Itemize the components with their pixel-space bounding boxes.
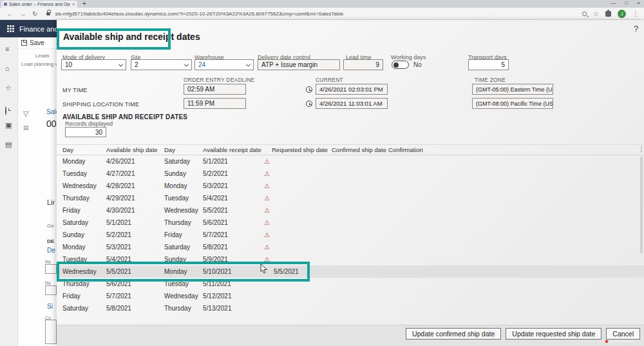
hamburger-menu-icon[interactable]: ≡ (5, 45, 9, 53)
transport-days-field[interactable]: 5 (468, 59, 509, 70)
table-row[interactable]: Wednesday5/5/2021Monday5/10/20215/5/2021 (57, 265, 644, 278)
update-requested-ship-date-button[interactable]: Update requested ship date (506, 328, 601, 340)
grid-options-icon[interactable]: ⋮ (638, 146, 644, 153)
my-time-deadline-field[interactable]: 02:59 AM (184, 84, 246, 95)
window-close-icon[interactable]: × (637, 0, 640, 6)
browser-tab[interactable]: Sales order -- Finance and Oper × (1, 1, 77, 8)
shipping-time-zone-field: (GMT-08:00) Pacific Time (US & ... (472, 98, 553, 109)
warning-icon: ⚠ (264, 219, 270, 226)
cancel-button[interactable]: Cancel (606, 328, 640, 340)
column-header[interactable]: Requested ship date (264, 146, 332, 153)
table-row[interactable]: Monday4/26/2021Saturday5/1/2021⚠ (57, 155, 644, 168)
app-title: Finance and (19, 25, 59, 33)
warning-icon: ⚠ (264, 256, 270, 263)
chevron-down-icon[interactable] (246, 62, 251, 66)
cell: Sunday (164, 256, 203, 263)
forward-icon[interactable]: → (19, 10, 26, 17)
cell: Thursday (62, 195, 106, 202)
bookmark-star-icon[interactable]: ☆ (593, 10, 599, 17)
save-button[interactable]: Save (30, 39, 44, 46)
table-row[interactable]: Tuesday5/4/2021Sunday5/9/2021⚠ (57, 253, 644, 265)
table-row[interactable]: Sunday5/2/2021Friday5/7/2021⚠ (57, 229, 644, 241)
cell: 5/5/2021 (106, 268, 164, 275)
cell: Friday (164, 231, 203, 238)
subscribe-watermark: SUBSCRIBE (605, 340, 634, 343)
warning-icon: ⚠ (264, 231, 270, 238)
table-row[interactable]: Friday4/30/2021Wednesday5/5/2021⚠ (57, 204, 644, 216)
records-displayed-label: Records displayed (65, 120, 113, 127)
table-row[interactable]: Friday5/7/2021Wednesday5/12/2021 (57, 290, 644, 302)
filter-funnel-icon[interactable]: ▽ (23, 110, 28, 118)
cell: Wednesday (62, 182, 106, 189)
clipped-input (45, 320, 57, 344)
requested-ship-date-warning: ⚠ (264, 219, 332, 226)
window-maximize-icon[interactable]: □ (625, 0, 628, 6)
chevron-down-icon[interactable] (184, 62, 189, 66)
page-fragment: DE (47, 238, 54, 244)
new-tab-button[interactable]: + (82, 0, 86, 7)
page-fragment: Re (45, 260, 51, 264)
grid-section-header: AVAILABLE SHIP AND RECEIPT DATES (62, 113, 187, 120)
shipping-location-time-label: SHIPPING LOCATION TIME (62, 101, 139, 108)
cell: 5/8/2021 (106, 305, 164, 312)
cell: 5/10/2021 (203, 268, 264, 275)
cell: Saturday (62, 305, 106, 312)
column-header[interactable]: Confirmation (388, 146, 644, 153)
cell: Friday (62, 207, 106, 214)
browser-menu-icon[interactable]: ⋮ (632, 10, 639, 17)
toggle-knob (393, 62, 399, 68)
app-launcher-icon[interactable] (7, 25, 9, 27)
column-header[interactable]: Day (62, 146, 106, 153)
column-header[interactable]: Available receipt date (203, 146, 264, 153)
table-row[interactable]: Saturday5/8/2021Thursday5/13/2021 (57, 302, 644, 314)
workspaces-icon[interactable]: ▣ (5, 121, 12, 130)
panel-icon[interactable]: ▤ (23, 124, 29, 131)
back-icon[interactable]: ← (6, 10, 13, 17)
table-row[interactable]: Thursday4/29/2021Tuesday5/4/2021⚠ (57, 192, 644, 204)
tab-close-icon[interactable]: × (72, 2, 75, 6)
cell: Monday (164, 268, 203, 275)
table-row[interactable]: Wednesday4/28/2021Monday5/3/2021⚠ (57, 180, 644, 192)
recent-clock-icon[interactable] (5, 106, 6, 115)
window-minimize-icon[interactable]: — (611, 0, 616, 6)
column-header[interactable]: Day (164, 146, 203, 153)
requested-ship-date-warning: ⚠ (264, 256, 332, 263)
update-confirmed-ship-date-button[interactable]: Update confirmed ship date (406, 328, 501, 340)
chevron-down-icon[interactable] (118, 62, 123, 66)
current-header: CURRENT (316, 77, 343, 83)
url-text[interactable]: sls-mfgd5719a8dc6c404efaos.cloudax.dynam… (55, 11, 343, 17)
delivery-date-control-field: ATP + Issue margin (258, 59, 340, 70)
table-row[interactable]: Monday5/3/2021Saturday5/8/2021⚠ (57, 241, 644, 253)
column-header[interactable]: Confirmed ship date (332, 146, 388, 153)
cell: 5/11/2021 (203, 280, 264, 287)
cell: Sunday (62, 231, 106, 238)
home-icon[interactable]: ⌂ (5, 64, 10, 72)
grid-scrollbar[interactable] (640, 157, 643, 253)
cell: 5/1/2021 (106, 219, 164, 226)
clock-icon (306, 86, 312, 93)
zoom-icon[interactable] (582, 12, 587, 16)
site-combo[interactable]: 2 (131, 59, 192, 70)
table-row[interactable]: Tuesday4/27/2021Sunday5/2/2021⚠ (57, 168, 644, 180)
requested-ship-date-warning: ⚠ (264, 182, 332, 189)
my-time-zone-field: (GMT-05:00) Eastern Time (US ... (472, 84, 553, 95)
browser-avatar[interactable]: J (618, 10, 626, 18)
modules-list-icon[interactable]: ▤ (5, 140, 12, 149)
requested-ship-date: 5/5/2021 (264, 268, 332, 275)
help-icon[interactable]: ? (634, 24, 638, 34)
reload-icon[interactable]: ↻ (32, 10, 37, 17)
extensions-icon[interactable] (605, 11, 611, 17)
records-displayed-field[interactable]: 30 (65, 127, 106, 137)
shipping-deadline-field[interactable]: 11:59 PM (184, 98, 246, 109)
column-header[interactable]: Available ship date (106, 146, 164, 153)
bell-icon (605, 340, 608, 343)
table-row[interactable]: Thursday5/6/2021Tuesday5/11/2021 (57, 278, 644, 290)
cell: Tuesday (62, 256, 106, 263)
favorites-star-icon[interactable]: ☆ (5, 84, 12, 92)
warehouse-combo[interactable]: 24 (194, 59, 254, 70)
mode-of-delivery-combo[interactable]: 10 (61, 59, 126, 70)
table-row[interactable]: Saturday5/1/2021Thursday5/6/2021⚠ (57, 216, 644, 229)
time-zone-header: TIME ZONE (475, 77, 506, 83)
warning-icon: ⚠ (264, 207, 270, 214)
working-days-toggle[interactable] (392, 61, 409, 69)
